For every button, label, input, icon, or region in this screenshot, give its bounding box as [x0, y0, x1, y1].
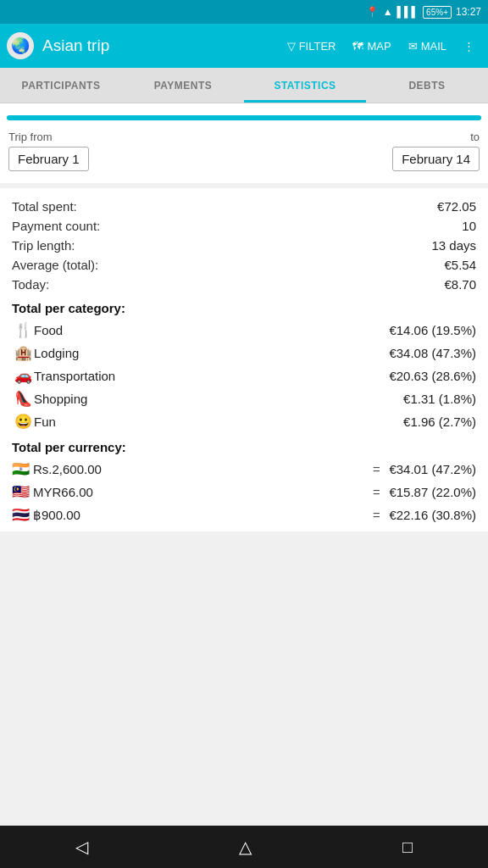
inr-flag: 🇮🇳	[12, 460, 30, 478]
tab-debts[interactable]: DEBTS	[366, 68, 488, 103]
category-shopping: 👠 Shopping €1.31 (1.8%)	[12, 387, 476, 410]
thb-flag: 🇹🇭	[12, 506, 30, 524]
location-icon: 📍	[366, 6, 379, 18]
category-transportation: 🚗 Transportation €20.63 (28.6%)	[12, 364, 476, 387]
tab-statistics[interactable]: STATISTICS	[244, 68, 366, 103]
trip-length-row: Trip length: 13 days	[12, 236, 476, 255]
main-content: Trip from February 1 to February 14 Tota…	[0, 103, 488, 582]
total-spent-row: Total spent: €72.05	[12, 197, 476, 216]
date-range: Trip from February 1 to February 14	[0, 125, 488, 183]
category-lodging: 🏨 Lodging €34.08 (47.3%)	[12, 342, 476, 364]
from-date-box[interactable]: February 1	[8, 147, 89, 171]
tab-participants[interactable]: PARTICIPANTS	[0, 68, 122, 103]
map-button[interactable]: 🗺 MAP	[346, 36, 397, 56]
status-bar: 📍 ▲ ▌▌▌ 65%+ 13:27	[0, 0, 488, 24]
battery-indicator: 65%+	[423, 6, 452, 19]
payment-count-row: Payment count: 10	[12, 216, 476, 236]
currency-section-title: Total per currency:	[12, 433, 476, 458]
to-date-box[interactable]: February 14	[392, 147, 480, 171]
from-label: Trip from	[8, 131, 89, 143]
food-icon: 🍴	[12, 321, 34, 339]
currency-thb: 🇹🇭 ฿900.00 = €22.16 (30.8%)	[12, 504, 476, 526]
app-bar: 🌏 Asian trip ▽ FILTER 🗺 MAP ✉ MAIL ⋮	[0, 24, 488, 68]
slider-fill	[7, 115, 481, 120]
app-bar-actions: ▽ FILTER 🗺 MAP ✉ MAIL ⋮	[280, 36, 481, 56]
date-to: to February 14	[392, 131, 480, 171]
more-icon: ⋮	[463, 40, 474, 53]
status-icons: 📍 ▲ ▌▌▌ 65%+ 13:27	[366, 6, 481, 19]
signal-icon: ▌▌▌	[397, 6, 419, 18]
transportation-icon: 🚗	[12, 367, 34, 385]
date-slider-container	[0, 103, 488, 125]
tabs-bar: PARTICIPANTS PAYMENTS STATISTICS DEBTS	[0, 68, 488, 103]
mail-icon: ✉	[408, 40, 418, 53]
app-icon: 🌏	[7, 32, 34, 59]
filter-icon: ▽	[287, 40, 296, 53]
slider-track[interactable]	[7, 115, 481, 120]
myr-flag: 🇲🇾	[12, 483, 30, 501]
currency-myr: 🇲🇾 MYR66.00 = €15.87 (22.0%)	[12, 481, 476, 504]
to-label: to	[470, 131, 480, 143]
fun-icon: 😀	[12, 413, 34, 431]
home-button[interactable]: △	[222, 830, 269, 864]
app-title: Asian trip	[42, 36, 272, 55]
recent-button[interactable]: □	[385, 831, 430, 864]
back-button[interactable]: ◁	[58, 830, 105, 864]
bottom-nav: ◁ △ □	[0, 826, 488, 868]
average-row: Average (total): €5.54	[12, 255, 476, 275]
category-fun: 😀 Fun €1.96 (2.7%)	[12, 410, 476, 433]
category-section-title: Total per category:	[12, 294, 476, 319]
today-row: Today: €8.70	[12, 275, 476, 294]
tab-payments[interactable]: PAYMENTS	[122, 68, 244, 103]
stats-section: Total spent: €72.05 Payment count: 10 Tr…	[0, 188, 488, 531]
date-from: Trip from February 1	[8, 131, 89, 171]
shopping-icon: 👠	[12, 390, 34, 408]
more-button[interactable]: ⋮	[457, 36, 481, 56]
filter-button[interactable]: ▽ FILTER	[280, 36, 343, 56]
clock: 13:27	[456, 6, 481, 18]
category-food: 🍴 Food €14.06 (19.5%)	[12, 319, 476, 342]
map-icon: 🗺	[352, 40, 363, 53]
currency-inr: 🇮🇳 Rs.2,600.00 = €34.01 (47.2%)	[12, 458, 476, 481]
mail-button[interactable]: ✉ MAIL	[402, 36, 453, 56]
wifi-icon: ▲	[383, 6, 393, 18]
lodging-icon: 🏨	[12, 344, 34, 362]
